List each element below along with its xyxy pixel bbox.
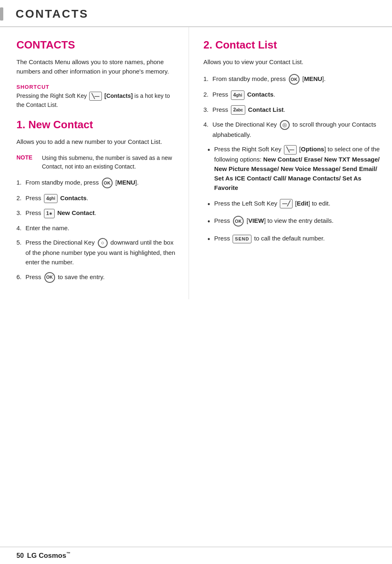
content-area: CONTACTS The Contacts Menu allows you to… xyxy=(0,27,392,299)
cl-step-3-num: 3. xyxy=(203,105,212,114)
step-5: 5. Press the Directional Key ○ downward … xyxy=(16,238,176,267)
section-contacts-title: CONTACTS xyxy=(16,39,176,51)
cl-step-3-content: Press 2 abc Contact List. xyxy=(212,105,380,115)
page-container: CONTACTS CONTACTS The Contacts Menu allo… xyxy=(0,0,392,564)
shortcut-box: SHORTCUT Pressing the Right Soft Key ╲— … xyxy=(16,84,176,109)
shortcut-text: Pressing the Right Soft Key ╲— [Contacts… xyxy=(16,92,176,109)
step-2-num: 2. xyxy=(16,193,25,203)
note-row: NOTE Using this submenu, the number is s… xyxy=(16,154,176,171)
cl-step-2-num: 2. xyxy=(203,90,212,99)
step-3-num: 3. xyxy=(16,208,25,217)
cl-step-1-content: From standby mode, press OK [MENU]. xyxy=(212,74,380,85)
to-text: to xyxy=(293,121,298,128)
left-column: CONTACTS The Contacts Menu allows you to… xyxy=(0,27,189,299)
bullet-list: • Press the Right Soft Key ╲— [Options] … xyxy=(203,144,380,245)
bullet-3-content: Press OK [VIEW] to view the entry detail… xyxy=(214,216,380,227)
step-4-num: 4. xyxy=(16,223,25,233)
step-5-num: 5. xyxy=(16,238,25,247)
step-1: 1. From standby mode, press OK [MENU]. xyxy=(16,178,176,188)
footer-brand: LG Cosmos™ xyxy=(27,551,70,560)
ok-icon-2: OK xyxy=(44,272,55,283)
bullet-dot-3: • xyxy=(208,216,210,228)
step-2-content: Press 4 ghi Contacts. xyxy=(25,193,176,203)
contacts-intro: The Contacts Menu allows you to store na… xyxy=(16,57,176,76)
contact-list-intro: Allows you to view your Contact List. xyxy=(203,57,380,67)
step-3: 3. Press 1 ∗ New Contact. xyxy=(16,208,176,218)
step-1-content: From standby mode, press OK [MENU]. xyxy=(25,178,176,188)
page-header: CONTACTS xyxy=(0,0,392,27)
right-soft-key-icon-2: ╲— xyxy=(284,145,297,155)
right-column: 2. Contact List Allows you to view your … xyxy=(189,27,392,263)
cl-step-4-num: 4. xyxy=(203,120,212,129)
bullet-1-content: Press the Right Soft Key ╲— [Options] to… xyxy=(214,144,380,192)
ok-icon-1: OK xyxy=(102,178,113,188)
note-label: NOTE xyxy=(16,154,38,161)
bullet-dot-2: • xyxy=(208,199,210,210)
ok-icon-4: OK xyxy=(233,216,244,227)
bullet-2-content: Press the Left Soft Key —╱ [Edit] to edi… xyxy=(214,199,380,208)
page-footer: 50 LG Cosmos™ xyxy=(0,547,392,564)
step-5-content: Press the Directional Key ○ downward unt… xyxy=(25,238,176,267)
key-4ghi: 4 ghi xyxy=(44,194,58,203)
bullet-dot-4: • xyxy=(208,234,210,245)
step-6-content: Press OK to save the entry. xyxy=(25,272,176,283)
bullet-1: • Press the Right Soft Key ╲— [Options] … xyxy=(208,144,380,192)
section-contact-list-title: 2. Contact List xyxy=(203,39,380,51)
key-1: 1 ∗ xyxy=(44,209,55,218)
step-6: 6. Press OK to save the entry. xyxy=(16,272,176,283)
page-title: CONTACTS xyxy=(16,7,88,21)
cl-step-2: 2. Press 4 ghi Contacts. xyxy=(203,90,380,99)
cl-step-4-content: Use the Directional Key ◎ to scroll thro… xyxy=(212,120,380,139)
dir-icon-left: ○ xyxy=(98,238,108,248)
section-new-contact-title: 1. New Contact xyxy=(16,118,176,131)
ok-icon-3: OK xyxy=(289,74,300,85)
step-2: 2. Press 4 ghi Contacts. xyxy=(16,193,176,203)
new-contact-intro: Allows you to add a new number to your C… xyxy=(16,137,176,146)
cl-step-4: 4. Use the Directional Key ◎ to scroll t… xyxy=(203,120,380,139)
header-accent xyxy=(0,7,3,21)
cl-step-2-content: Press 4 ghi Contacts. xyxy=(212,90,380,99)
bullet-3: • Press OK [VIEW] to view the entry deta… xyxy=(208,216,380,228)
dir-icon-right: ◎ xyxy=(280,120,290,130)
cl-step-1: 1. From standby mode, press OK [MENU]. xyxy=(203,74,380,85)
bullet-dot-1: • xyxy=(208,145,210,156)
step-3-content: Press 1 ∗ New Contact. xyxy=(25,208,176,218)
key-2abc: 2 abc xyxy=(231,105,246,115)
step-1-num: 1. xyxy=(16,178,25,187)
footer-page-num: 50 xyxy=(16,552,24,559)
shortcut-label: SHORTCUT xyxy=(16,84,176,90)
step-6-num: 6. xyxy=(16,272,25,282)
bullet-2: • Press the Left Soft Key —╱ [Edit] to e… xyxy=(208,199,380,210)
left-soft-key-icon: —╱ xyxy=(280,199,293,208)
bullet-4: • Press SEND to call the default number. xyxy=(208,233,380,245)
right-soft-key-icon: ╲— xyxy=(89,92,102,101)
send-icon: SEND xyxy=(233,235,252,243)
note-text: Using this submenu, the number is saved … xyxy=(42,154,176,171)
step-4-content: Enter the name. xyxy=(25,223,176,233)
cl-step-1-num: 1. xyxy=(203,74,212,83)
bullet-4-content: Press SEND to call the default number. xyxy=(214,233,380,243)
key-4ghi-right: 4 ghi xyxy=(231,90,245,100)
step-4: 4. Enter the name. xyxy=(16,223,176,233)
cl-step-3: 3. Press 2 abc Contact List. xyxy=(203,105,380,115)
footer-tm: ™ xyxy=(66,551,70,556)
